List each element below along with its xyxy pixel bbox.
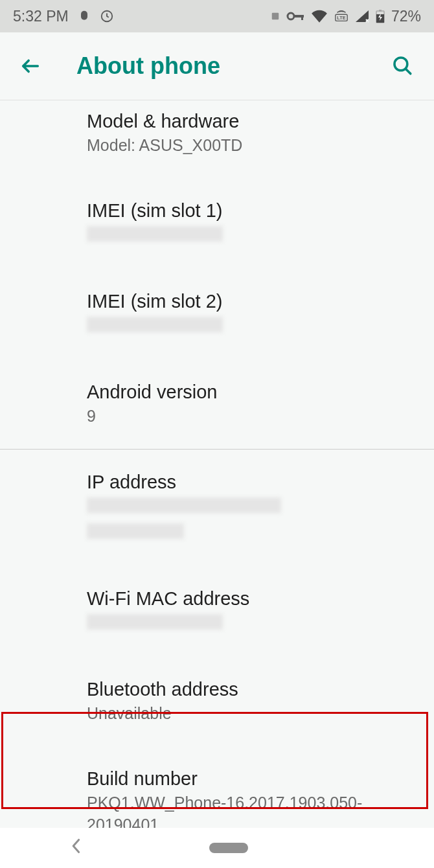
page-title: About phone	[76, 52, 391, 80]
battery-percent: 72%	[391, 8, 421, 25]
navigation-bar	[0, 828, 434, 868]
item-title: IP address	[87, 470, 434, 494]
nfc-icon	[271, 12, 280, 21]
wifi-icon	[311, 10, 328, 23]
bluetooth-address-item[interactable]: Bluetooth address Unavailable	[0, 668, 434, 733]
app-notification-icon-2	[100, 9, 114, 23]
battery-charging-icon	[376, 9, 385, 23]
nav-back-icon[interactable]	[71, 838, 82, 858]
svg-text:LTE: LTE	[337, 15, 345, 21]
signal-icon	[355, 10, 369, 23]
app-bar: About phone	[0, 32, 434, 100]
item-title: Model & hardware	[87, 109, 434, 133]
item-subtitle: Unavailable	[87, 702, 434, 724]
item-title: Bluetooth address	[87, 678, 434, 701]
item-title: Wi-Fi MAC address	[87, 587, 434, 610]
item-title: Build number	[87, 767, 389, 790]
status-time: 5:32 PM	[13, 8, 69, 25]
imei-slot2-item[interactable]: IMEI (sim slot 2)	[0, 280, 434, 347]
item-title: IMEI (sim slot 1)	[87, 199, 434, 222]
android-version-item[interactable]: Android version 9	[0, 371, 434, 436]
svg-rect-1	[272, 13, 279, 20]
item-title: IMEI (sim slot 2)	[87, 290, 434, 313]
nav-home-pill[interactable]	[209, 843, 248, 853]
ip-address-item[interactable]: IP address	[0, 461, 434, 553]
wifi-mac-item[interactable]: Wi-Fi MAC address	[0, 578, 434, 644]
item-title: Android version	[87, 380, 434, 404]
item-subtitle-redacted	[87, 495, 434, 544]
app-notification-icon	[78, 10, 91, 23]
model-hardware-item[interactable]: Model & hardware Model: ASUS_X00TD	[0, 100, 434, 165]
status-bar: 5:32 PM LTE 72%	[0, 0, 434, 32]
item-subtitle: Model: ASUS_X00TD	[87, 134, 434, 156]
back-arrow-icon[interactable]	[19, 55, 41, 77]
item-subtitle-redacted	[87, 223, 434, 247]
volte-icon: LTE	[334, 9, 348, 23]
search-icon[interactable]	[391, 54, 415, 78]
item-subtitle: 9	[87, 405, 434, 427]
vpn-key-icon	[286, 10, 304, 22]
svg-point-2	[288, 13, 294, 19]
svg-rect-8	[379, 10, 382, 12]
svg-rect-4	[301, 15, 303, 20]
imei-slot1-item[interactable]: IMEI (sim slot 1)	[0, 190, 434, 256]
settings-list: Model & hardware Model: ASUS_X00TD IMEI …	[0, 100, 434, 845]
item-subtitle-redacted	[87, 314, 434, 337]
item-subtitle-redacted	[87, 611, 434, 635]
